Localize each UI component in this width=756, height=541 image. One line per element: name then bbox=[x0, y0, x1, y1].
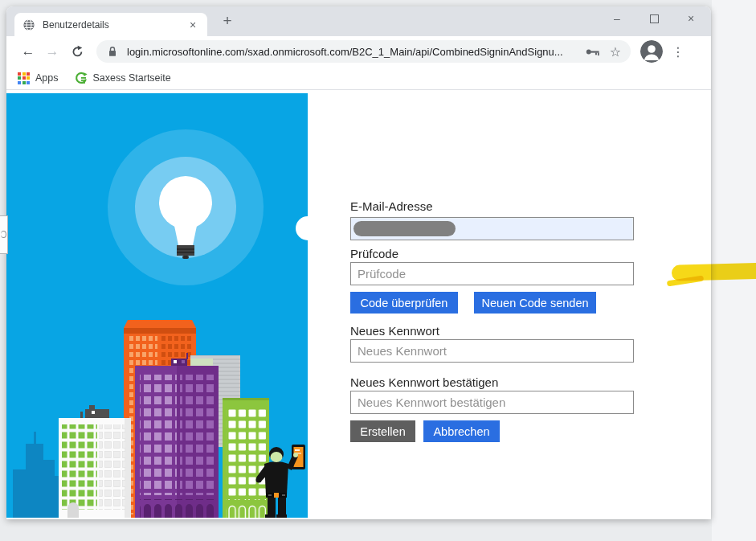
purple-building bbox=[135, 353, 219, 518]
maximize-icon bbox=[650, 14, 659, 23]
background-window-fragment bbox=[0, 215, 8, 254]
maximize-button[interactable] bbox=[635, 6, 672, 31]
email-label: E-Mail-Adresse bbox=[350, 199, 433, 213]
white-building bbox=[59, 405, 131, 518]
lock-icon bbox=[106, 45, 119, 58]
green-building bbox=[223, 398, 269, 518]
three-dot-menu-icon[interactable]: ⋮ bbox=[671, 44, 685, 59]
desktop-background bbox=[712, 0, 756, 541]
apps-grid-icon bbox=[18, 72, 30, 84]
url-text[interactable]: login.microsoftonline.com/sxad.onmicroso… bbox=[127, 46, 575, 58]
browser-toolbar: ← → login.microsoftonline.com/sxad.onmic… bbox=[6, 36, 711, 67]
bookmark-saxess-label: Saxess Startseite bbox=[93, 72, 171, 84]
code-label: Prüfcode bbox=[350, 247, 398, 260]
browser-tab[interactable]: Benutzerdetails × bbox=[14, 13, 207, 36]
new-tab-button[interactable]: + bbox=[218, 12, 237, 30]
bookmarks-bar: Apps Saxess Startseite bbox=[6, 67, 711, 90]
profile-avatar-icon[interactable] bbox=[640, 40, 663, 63]
cancel-button[interactable]: Abbrechen bbox=[423, 420, 500, 442]
panel-notch-circle bbox=[296, 216, 320, 240]
tab-close-icon[interactable]: × bbox=[186, 18, 199, 31]
code-input[interactable] bbox=[350, 262, 634, 285]
email-field-wrapper bbox=[350, 217, 634, 240]
lightbulb-icon bbox=[108, 129, 264, 285]
screenshot-root: Benutzerdetails × + – × ← → bbox=[0, 0, 756, 541]
yellow-highlighter-tail bbox=[667, 275, 705, 286]
reload-button[interactable] bbox=[64, 45, 90, 59]
bookmark-apps-label: Apps bbox=[35, 72, 59, 84]
bookmark-saxess[interactable]: Saxess Startseite bbox=[75, 72, 171, 84]
globe-icon bbox=[22, 18, 35, 31]
bookmark-star-button[interactable]: ☆ bbox=[610, 44, 621, 59]
forward-button[interactable]: → bbox=[40, 43, 64, 59]
window-controls: – × bbox=[599, 6, 709, 31]
fragment-glyph bbox=[1, 231, 6, 238]
confirm-password-label: Neues Kennwort bestätigen bbox=[350, 375, 498, 389]
address-bar[interactable]: login.microsoftonline.com/sxad.onmicroso… bbox=[96, 40, 631, 63]
password-key-button[interactable] bbox=[585, 44, 600, 59]
new-password-label: Neues Kennwort bbox=[350, 324, 439, 338]
lightbulb-city-illustration bbox=[6, 93, 308, 518]
saxess-favicon bbox=[75, 72, 88, 84]
tab-title: Benutzerdetails bbox=[43, 19, 186, 31]
page-content: E-Mail-Adresse Prüfcode Code überprüfen … bbox=[6, 91, 711, 519]
new-password-input[interactable] bbox=[350, 339, 634, 363]
confirm-password-input[interactable] bbox=[350, 391, 634, 414]
bookmark-apps[interactable]: Apps bbox=[18, 72, 59, 84]
reload-icon bbox=[71, 45, 84, 59]
verify-code-button[interactable]: Code überprüfen bbox=[350, 292, 458, 314]
resend-code-button[interactable]: Neuen Code senden bbox=[474, 292, 596, 314]
close-window-button[interactable]: × bbox=[672, 6, 709, 31]
minimize-button[interactable]: – bbox=[599, 6, 635, 31]
key-icon bbox=[585, 44, 600, 59]
browser-window: Benutzerdetails × + – × ← → bbox=[6, 6, 711, 519]
redaction-blob bbox=[353, 221, 456, 236]
tab-strip: Benutzerdetails × + – × bbox=[6, 6, 711, 36]
back-button[interactable]: ← bbox=[16, 43, 40, 59]
create-button[interactable]: Erstellen bbox=[350, 420, 415, 442]
